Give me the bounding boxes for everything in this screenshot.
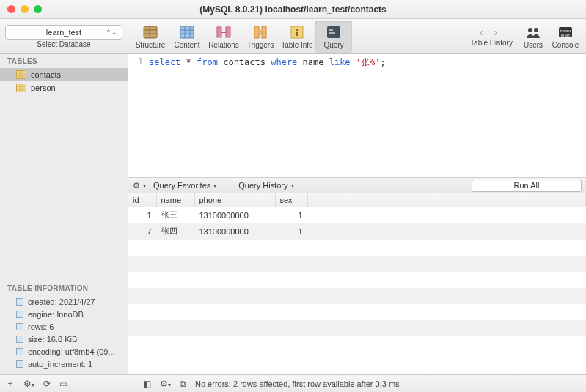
query-favorites-label: Query Favorites — [153, 181, 210, 190]
users-button[interactable]: Users — [519, 21, 548, 53]
users-icon — [524, 24, 542, 40]
triggers-label: Triggers — [247, 41, 274, 49]
info-bullet-icon — [16, 298, 23, 306]
database-combo[interactable]: learn_test ⌃⌄ — [5, 25, 122, 40]
gear-icon[interactable]: ⚙︎ — [133, 181, 140, 191]
table-info-list: created: 2021/4/27engine: InnoDBrows: 6s… — [0, 295, 128, 374]
chevron-down-icon: ▾ — [291, 182, 294, 189]
window-icon[interactable]: ▭ — [59, 379, 67, 389]
query-history-label: Query History — [238, 181, 287, 190]
console-icon: console off — [557, 24, 574, 40]
chevron-updown-icon: ⌃⌄ — [106, 29, 117, 36]
view-mode-group: Structure Content Relations Triggers Tab… — [132, 21, 352, 53]
tables-list: contactsperson — [0, 68, 128, 95]
database-selector-label: Select Database — [37, 40, 90, 48]
svg-rect-21 — [17, 348, 23, 355]
table-row — [128, 336, 586, 352]
structure-button[interactable]: Structure — [132, 21, 169, 53]
run-all-button[interactable]: Run All — [472, 180, 582, 192]
table-icon — [16, 84, 26, 92]
zoom-window-button[interactable] — [34, 5, 42, 13]
svg-rect-22 — [17, 360, 23, 367]
content-icon — [178, 24, 196, 40]
svg-point-11 — [534, 28, 538, 32]
history-nav: ‹ › — [474, 26, 503, 38]
query-button[interactable]: Query — [315, 21, 352, 53]
cell-sex[interactable]: 1 — [275, 223, 307, 240]
info-bullet-icon — [16, 336, 23, 343]
relations-button[interactable]: Relations — [205, 21, 242, 53]
table-item-label: contacts — [31, 70, 61, 79]
svg-rect-17 — [17, 298, 23, 305]
table-info-button[interactable]: Table Info — [279, 21, 315, 53]
console-label: Console — [552, 41, 579, 49]
window-controls — [7, 5, 42, 13]
table-info-icon — [288, 24, 306, 40]
table-info-item: encoding: utf8mb4 (09... — [0, 345, 128, 358]
refresh-icon[interactable]: ⟳ — [43, 379, 51, 389]
column-header-id[interactable]: id — [128, 193, 156, 207]
add-icon[interactable]: ＋ — [6, 377, 15, 390]
info-text: engine: InnoDB — [28, 310, 84, 319]
info-text: created: 2021/4/27 — [28, 297, 95, 306]
history-forward-icon[interactable]: › — [488, 26, 503, 38]
svg-text:le off: le off — [561, 33, 570, 37]
sidebar-toggle-icon[interactable]: ◧ — [143, 379, 151, 389]
table-row — [128, 272, 586, 288]
query-history-dropdown[interactable]: Query History ▾ — [238, 181, 293, 190]
cell-name[interactable]: 张四 — [156, 223, 194, 240]
query-favorites-dropdown[interactable]: Query Favorites ▾ — [153, 181, 216, 190]
copy-icon[interactable]: ⧉ — [180, 379, 186, 389]
minimize-window-button[interactable] — [21, 5, 29, 13]
info-text: rows: 6 — [28, 322, 54, 331]
table-item-contacts[interactable]: contacts — [0, 68, 128, 81]
gear-icon[interactable]: ⚙︎▾ — [160, 379, 171, 389]
relations-label: Relations — [208, 41, 239, 49]
content-button[interactable]: Content — [169, 21, 205, 53]
close-window-button[interactable] — [7, 5, 15, 13]
database-selector: learn_test ⌃⌄ Select Database — [4, 23, 123, 50]
tables-section-header: TABLES — [0, 54, 128, 68]
table-info-item: rows: 6 — [0, 320, 128, 333]
window-titlebar: (MySQL 8.0.21) localhost/learn_test/cont… — [0, 0, 586, 19]
cell-id[interactable]: 7 — [128, 223, 156, 240]
status-bar: ＋ ⚙︎▾ ⟳ ▭ ◧ ⚙︎▾ ⧉ No errors; 2 rows affe… — [0, 374, 586, 392]
table-info-label: Table Info — [281, 41, 312, 49]
cell-name[interactable]: 张三 — [156, 207, 194, 223]
cell-phone[interactable]: 13100000000 — [194, 223, 275, 240]
table-item-person[interactable]: person — [0, 81, 128, 95]
table-row[interactable]: 1张三131000000001 — [128, 207, 586, 223]
info-bullet-icon — [16, 360, 23, 368]
info-text: auto_increment: 1 — [28, 360, 92, 369]
table-row — [128, 256, 586, 272]
triggers-button[interactable]: Triggers — [242, 21, 279, 53]
column-header-sex[interactable]: sex — [275, 193, 307, 207]
chevron-down-icon: ▾ — [213, 182, 216, 189]
svg-rect-18 — [17, 311, 23, 317]
line-number: 1 — [138, 56, 143, 67]
table-history-button[interactable]: ‹ › Table History — [466, 21, 517, 53]
structure-label: Structure — [136, 41, 166, 49]
column-header-phone[interactable]: phone — [194, 193, 275, 207]
table-row — [128, 320, 586, 336]
query-label: Query — [323, 41, 343, 49]
table-row — [128, 240, 586, 256]
cell-id[interactable]: 1 — [128, 207, 156, 223]
cell-sex[interactable]: 1 — [275, 207, 307, 223]
column-header-name[interactable]: name — [156, 193, 194, 207]
svg-rect-9 — [327, 26, 340, 38]
history-back-icon[interactable]: ‹ — [474, 26, 488, 38]
table-info-item: engine: InnoDB — [0, 308, 128, 320]
svg-rect-8 — [296, 32, 298, 36]
gear-icon[interactable]: ⚙︎▾ — [23, 379, 34, 389]
results-grid[interactable]: idnamephonesex 1张三1310000000017张四1310000… — [128, 193, 586, 374]
table-row[interactable]: 7张四131000000001 — [128, 223, 586, 240]
console-button[interactable]: console off Console — [549, 21, 582, 53]
query-toolbar: ⚙︎▾ Query Favorites ▾ Query History ▾ Ru… — [128, 177, 586, 193]
editor-code[interactable]: select * from contacts where name like '… — [147, 54, 389, 177]
svg-point-10 — [528, 28, 532, 32]
cell-phone[interactable]: 13100000000 — [194, 207, 275, 223]
sql-editor[interactable]: 1 select * from contacts where name like… — [128, 54, 586, 177]
svg-rect-1 — [180, 26, 194, 38]
database-combo-value: learn_test — [46, 28, 81, 37]
